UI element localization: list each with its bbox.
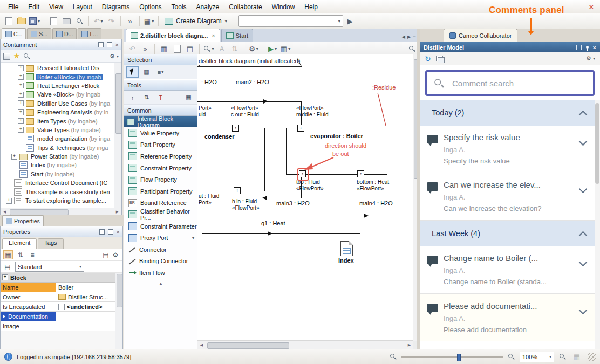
list-view-icon[interactable]: ≡ xyxy=(28,251,37,259)
collapse-section-icon[interactable] xyxy=(579,110,588,119)
lasso-select-button[interactable]: ≡▾ xyxy=(154,66,167,78)
containment-horizontal-scrollbar[interactable]: ◀ ▶ xyxy=(1,208,121,216)
undo-dropdown-icon[interactable]: ▾ xyxy=(100,19,103,24)
zoom-slider-thumb[interactable] xyxy=(457,354,461,361)
create-diagram-dropdown-icon[interactable]: ▾ xyxy=(225,19,227,24)
tab-element[interactable]: Element xyxy=(2,238,37,249)
comment-search-input[interactable] xyxy=(451,78,587,88)
collaborator-options-dropdown-icon[interactable]: ▾ xyxy=(593,56,595,61)
comment-search-box[interactable] xyxy=(425,70,595,96)
tree-item-power-station[interactable]: Power Station(by ingabe) xyxy=(1,152,121,161)
tree-item-start-exploring-note[interactable]: To start exploring the sample... xyxy=(1,196,121,205)
property-row-name[interactable]: Name Boiler xyxy=(1,283,122,292)
close-panel-icon[interactable]: × xyxy=(115,43,119,47)
expander-icon[interactable] xyxy=(18,100,24,106)
swimlane-tool-button[interactable]: ⇅ xyxy=(140,92,153,103)
run-button[interactable]: ▶ xyxy=(344,15,356,27)
index-diagram-icon[interactable] xyxy=(340,241,353,256)
group-expander-icon[interactable] xyxy=(2,274,8,280)
align-button[interactable]: ⇅ xyxy=(229,43,241,55)
image-value-cell[interactable] xyxy=(56,321,122,331)
scrollbar-thumb[interactable] xyxy=(117,274,122,307)
palette-item-reference-property[interactable]: Reference Property xyxy=(124,150,197,162)
tree-item-model-organization[interactable]: model organization(by inga xyxy=(1,134,121,143)
proxy-port-dropdown-icon[interactable]: ▾ xyxy=(192,236,194,241)
connector-q1[interactable] xyxy=(202,233,360,234)
connector-main2[interactable] xyxy=(197,101,301,102)
collapse-all-icon[interactable] xyxy=(3,53,10,60)
property-row-is-encapsulated[interactable]: Is Encapsulated <undefined> xyxy=(1,302,122,312)
zoom-slider[interactable] xyxy=(401,356,503,358)
property-row-documentation[interactable]: Documentation xyxy=(1,312,122,321)
expander-icon[interactable] xyxy=(18,83,24,88)
refresh-icon[interactable]: ↻ xyxy=(425,56,431,62)
is-encapsulated-value-cell[interactable]: <undefined> xyxy=(56,302,122,311)
layout-dropdown-icon[interactable]: ▾ xyxy=(152,19,154,24)
diagram-search-button[interactable] xyxy=(406,43,418,55)
palette-item-flow-property[interactable]: Flow Property xyxy=(124,174,197,186)
menu-view[interactable]: View xyxy=(44,1,68,13)
tab-structure[interactable]: S... xyxy=(27,28,51,39)
property-group-block[interactable]: Block xyxy=(1,273,122,283)
window-resize-grip[interactable] xyxy=(588,353,596,361)
palette-item-connector[interactable]: Connector xyxy=(124,244,197,256)
expander-icon[interactable] xyxy=(18,74,24,80)
palette-section-tools[interactable]: Tools xyxy=(124,79,197,91)
tree-item-sample-note[interactable]: This sample is a case study den xyxy=(1,187,121,196)
close-tab-icon[interactable]: × xyxy=(212,32,215,39)
undo-button[interactable]: ↶▾ xyxy=(92,15,104,27)
palette-item-binding-connector[interactable]: Binding Connector xyxy=(124,256,197,267)
minimize-panel-icon[interactable] xyxy=(108,229,113,235)
expand-comment-icon[interactable] xyxy=(579,306,588,315)
fullscreen-button[interactable]: ▦ xyxy=(571,351,583,363)
tab-containment[interactable]: C... xyxy=(2,28,26,39)
property-row-image[interactable]: Image xyxy=(1,321,122,331)
tree-item-value-types[interactable]: Value Types(by ingabe) xyxy=(1,126,121,134)
prev-tab-icon[interactable]: ◀ xyxy=(402,35,405,39)
customize-icon[interactable]: ⚙ xyxy=(111,251,120,259)
scroll-right-icon[interactable]: ▶ xyxy=(113,210,121,214)
menu-layout[interactable]: Layout xyxy=(68,1,97,13)
expander-icon[interactable] xyxy=(11,154,17,160)
menu-help[interactable]: Help xyxy=(299,1,323,13)
expander-icon[interactable] xyxy=(18,127,24,133)
tab-distiller-block-diagram[interactable]: 2.distiller block diagra... × xyxy=(126,29,220,42)
scroll-left-icon[interactable]: ◀ xyxy=(1,210,9,214)
port-c-out[interactable]: ↑ xyxy=(232,125,239,132)
filter-icon[interactable]: ▤ xyxy=(3,263,12,271)
palette-item-participant-property[interactable]: Participant Property xyxy=(124,186,197,197)
containment-vertical-scrollbar[interactable] xyxy=(114,63,121,208)
menu-tools[interactable]: Tools xyxy=(167,1,192,13)
options-dropdown-icon[interactable]: ▾ xyxy=(256,46,258,51)
zoom-tool-button[interactable]: ▾ xyxy=(203,43,215,55)
menu-window[interactable]: Window xyxy=(267,1,300,13)
containment-options-dropdown-icon[interactable]: ▾ xyxy=(117,54,119,59)
close-panel-icon[interactable]: × xyxy=(593,45,596,50)
tab-tags[interactable]: Tags xyxy=(38,238,63,249)
diagram-canvas[interactable]: distiller block diagram (initial allocat… xyxy=(197,54,420,349)
minimize-panel-icon[interactable] xyxy=(107,42,112,47)
zoom-in-icon[interactable] xyxy=(508,353,515,360)
categorized-view-icon[interactable]: ▦ xyxy=(3,250,13,259)
section-today[interactable]: Today (2) xyxy=(420,100,600,126)
scrollbar-thumb[interactable] xyxy=(595,103,599,184)
comment-item-add-documentation[interactable]: Please add documentati... Inga A. Please… xyxy=(420,294,600,341)
next-tab-icon[interactable]: ▶ xyxy=(407,35,411,39)
zoom-dropdown-icon[interactable]: ▾ xyxy=(212,46,214,51)
print-preview-button[interactable] xyxy=(47,15,59,27)
scroll-left-icon[interactable]: ◀ xyxy=(197,343,206,347)
collapse-section-icon[interactable] xyxy=(579,231,588,239)
palette-section-common[interactable]: Common xyxy=(124,105,197,116)
port-bottom[interactable]: ↑ xyxy=(357,170,364,177)
execute-dropdown-icon[interactable]: ▾ xyxy=(275,46,277,51)
float-panel-icon[interactable] xyxy=(576,45,582,50)
diagram-surface[interactable]: distiller block diagram (initial allocat… xyxy=(197,54,413,341)
marquee-select-button[interactable]: ▦ xyxy=(140,66,153,78)
print-button[interactable] xyxy=(60,15,72,27)
table-tool-button[interactable]: ▦ xyxy=(182,92,195,103)
palette-scroll-up-icon[interactable]: ▲ xyxy=(124,279,197,289)
palette-item-constraint-parameter[interactable]: Constraint Parameter xyxy=(124,221,197,232)
property-row-owner[interactable]: Owner Distiller Struc... xyxy=(1,292,122,302)
menu-edit[interactable]: Edit xyxy=(23,1,44,13)
comment-item-specify-risk[interactable]: Specify the risk value Inga A. Specify t… xyxy=(420,126,600,173)
